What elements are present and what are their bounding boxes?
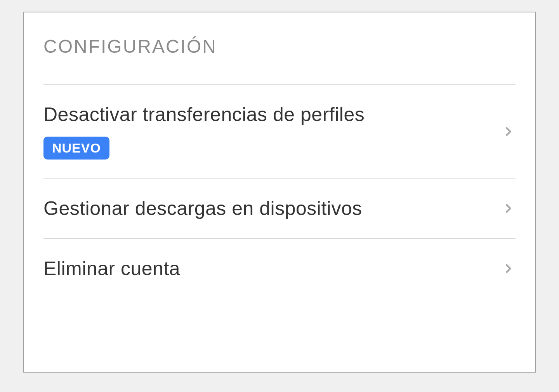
item-content: Eliminar cuenta — [43, 257, 180, 280]
chevron-right-icon — [502, 125, 516, 139]
item-label: Eliminar cuenta — [43, 257, 180, 280]
item-label: Desactivar transferencias de perfiles — [43, 103, 365, 126]
settings-panel: Configuración Desactivar transferencias … — [23, 12, 536, 373]
settings-item-manage-downloads[interactable]: Gestionar descargas en dispositivos — [43, 179, 516, 239]
item-label: Gestionar descargas en dispositivos — [43, 197, 362, 220]
item-content: Desactivar transferencias de perfiles NU… — [43, 103, 365, 160]
settings-item-delete-account[interactable]: Eliminar cuenta — [43, 239, 516, 298]
chevron-right-icon — [502, 201, 516, 215]
chevron-right-icon — [502, 262, 516, 276]
item-content: Gestionar descargas en dispositivos — [43, 197, 362, 220]
new-badge: NUEVO — [43, 137, 109, 160]
settings-item-disable-profile-transfers[interactable]: Desactivar transferencias de perfiles NU… — [43, 85, 516, 179]
section-title: Configuración — [43, 36, 516, 85]
